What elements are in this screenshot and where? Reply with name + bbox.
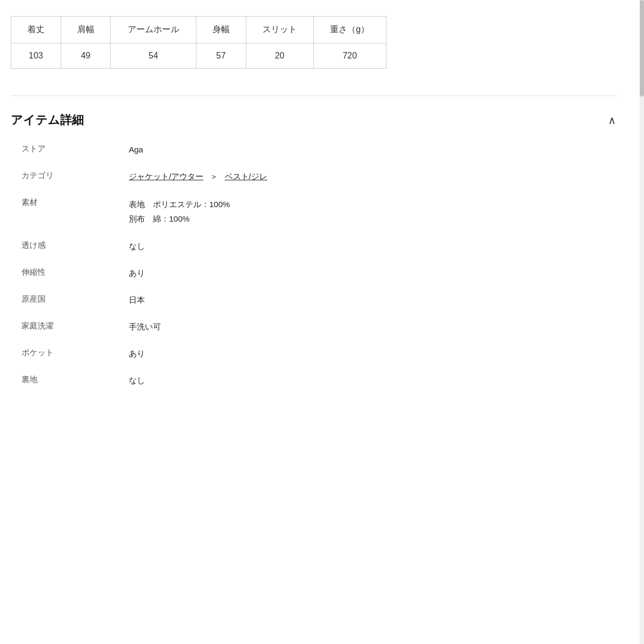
detail-row-material: 素材 表地 ポリエステル：100% 別布 綿：100% — [21, 197, 616, 226]
label-stretch: 伸縮性 — [21, 267, 129, 277]
detail-row-store: ストア Aga — [21, 143, 616, 156]
detail-row-category: カテゴリ ジャケット/アウター ＞ ベスト/ジレ — [21, 170, 616, 183]
detail-row-origin: 原産国 日本 — [21, 294, 616, 306]
label-store: ストア — [21, 143, 129, 154]
cell-weight: 720 — [313, 43, 386, 69]
value-lining: なし — [129, 374, 145, 387]
label-origin: 原産国 — [21, 294, 129, 304]
measurements-table: 着丈 肩幅 アームホール 身幅 スリット 重さ（g） 103 49 54 57 — [11, 16, 386, 69]
table-header-row: 着丈 肩幅 アームホール 身幅 スリット 重さ（g） — [11, 17, 386, 43]
cell-katahaba: 49 — [61, 43, 111, 69]
section-divider — [11, 96, 616, 96]
value-store: Aga — [129, 143, 143, 156]
header-slitto: スリット — [246, 17, 313, 43]
value-washing: 手洗い可 — [129, 320, 161, 333]
scrollbar[interactable] — [640, 0, 644, 644]
material-line2: 別布 綿：100% — [129, 211, 230, 226]
label-transparency: 透け感 — [21, 240, 129, 251]
material-line1: 表地 ポリエステル：100% — [129, 197, 230, 211]
header-armhole: アームホール — [111, 17, 196, 43]
label-washing: 家庭洗濯 — [21, 320, 129, 331]
value-transparency: なし — [129, 240, 145, 253]
header-katahaba: 肩幅 — [61, 17, 111, 43]
detail-row-transparency: 透け感 なし — [21, 240, 616, 253]
category-arrow: ＞ — [210, 172, 218, 181]
scrollbar-thumb[interactable] — [640, 0, 644, 97]
table-data-row: 103 49 54 57 20 720 — [11, 43, 386, 69]
detail-row-pocket: ポケット あり — [21, 347, 616, 360]
item-details-section: アイテム詳細 ∧ ストア Aga カテゴリ ジャケット/アウター ＞ ベスト/ジ… — [11, 112, 616, 387]
detail-row-stretch: 伸縮性 あり — [21, 267, 616, 280]
cell-katake: 103 — [11, 43, 61, 69]
chevron-up-icon[interactable]: ∧ — [608, 114, 616, 127]
header-mihaba: 身幅 — [196, 17, 246, 43]
category-link-vest[interactable]: ベスト/ジレ — [225, 172, 267, 181]
value-stretch: あり — [129, 267, 145, 280]
label-pocket: ポケット — [21, 347, 129, 358]
page-container: 着丈 肩幅 アームホール 身幅 スリット 重さ（g） 103 49 54 57 — [0, 0, 644, 644]
label-lining: 裏地 — [21, 374, 129, 385]
cell-mihaba: 57 — [196, 43, 246, 69]
measurements-table-wrapper: 着丈 肩幅 アームホール 身幅 スリット 重さ（g） 103 49 54 57 — [11, 16, 616, 69]
value-origin: 日本 — [129, 294, 145, 306]
section-title: アイテム詳細 — [11, 112, 84, 128]
label-category: カテゴリ — [21, 170, 129, 181]
detail-rows: ストア Aga カテゴリ ジャケット/アウター ＞ ベスト/ジレ 素材 — [11, 143, 616, 387]
cell-armhole: 54 — [111, 43, 196, 69]
detail-row-washing: 家庭洗濯 手洗い可 — [21, 320, 616, 333]
cell-slitto: 20 — [246, 43, 313, 69]
header-weight: 重さ（g） — [313, 17, 386, 43]
header-katake: 着丈 — [11, 17, 61, 43]
content-area: 着丈 肩幅 アームホール 身幅 スリット 重さ（g） 103 49 54 57 — [0, 0, 638, 422]
section-header: アイテム詳細 ∧ — [11, 112, 616, 128]
value-pocket: あり — [129, 347, 145, 360]
label-material: 素材 — [21, 197, 129, 208]
value-category: ジャケット/アウター ＞ ベスト/ジレ — [129, 170, 267, 183]
category-link-outer[interactable]: ジャケット/アウター — [129, 172, 203, 181]
detail-row-lining: 裏地 なし — [21, 374, 616, 387]
value-material: 表地 ポリエステル：100% 別布 綿：100% — [129, 197, 230, 226]
